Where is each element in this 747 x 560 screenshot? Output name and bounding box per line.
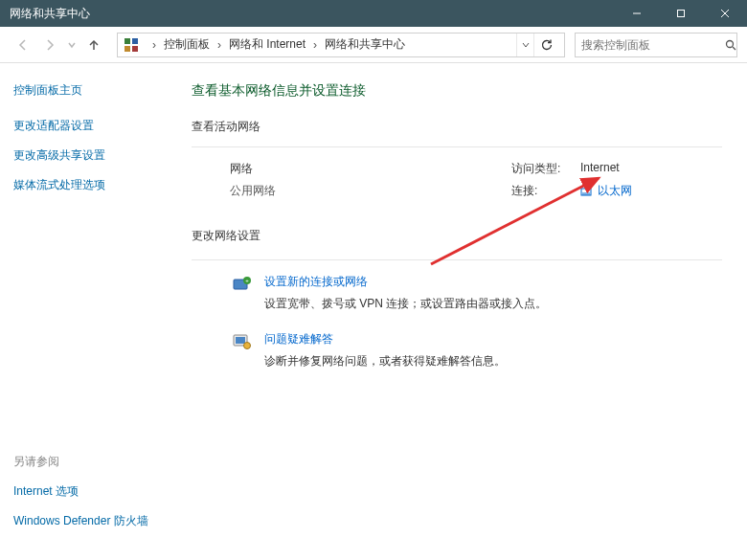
svg-rect-20 bbox=[236, 337, 245, 344]
search-box[interactable] bbox=[575, 33, 737, 57]
svg-point-21 bbox=[244, 343, 251, 349]
control-panel-home-link[interactable]: 控制面板主页 bbox=[13, 82, 172, 99]
sidebar-link-advanced-sharing[interactable]: 更改高级共享设置 bbox=[13, 147, 172, 164]
search-input[interactable] bbox=[581, 38, 725, 52]
breadcrumb-sep: › bbox=[212, 38, 227, 52]
svg-rect-6 bbox=[132, 38, 138, 44]
sidebar-link-adapter-settings[interactable]: 更改适配器设置 bbox=[13, 118, 172, 134]
svg-point-9 bbox=[727, 40, 734, 47]
breadcrumb-item[interactable]: 控制面板 bbox=[162, 36, 212, 53]
breadcrumb-sep: › bbox=[147, 38, 162, 52]
svg-rect-8 bbox=[132, 46, 138, 52]
title-bar: 网络和共享中心 bbox=[0, 0, 747, 27]
refresh-button[interactable] bbox=[533, 34, 558, 56]
nav-recent-button[interactable] bbox=[63, 32, 80, 58]
active-networks-heading: 查看活动网络 bbox=[192, 119, 722, 135]
option-link[interactable]: 设置新的连接或网络 bbox=[264, 274, 547, 290]
maximize-button[interactable] bbox=[659, 0, 703, 27]
minimize-button[interactable] bbox=[615, 0, 659, 27]
svg-line-10 bbox=[733, 47, 736, 50]
svg-text:+: + bbox=[245, 278, 249, 283]
nav-forward-button[interactable] bbox=[36, 32, 63, 58]
see-also-internet-options[interactable]: Internet 选项 bbox=[13, 483, 172, 500]
nav-back-button[interactable] bbox=[10, 32, 36, 58]
svg-rect-1 bbox=[678, 11, 685, 17]
control-panel-icon bbox=[124, 37, 139, 53]
connection-link[interactable]: 以太网 bbox=[580, 183, 632, 199]
troubleshoot-icon bbox=[230, 331, 255, 352]
svg-rect-5 bbox=[124, 38, 130, 44]
window-title: 网络和共享中心 bbox=[10, 6, 90, 22]
nav-up-button[interactable] bbox=[80, 32, 107, 58]
breadcrumb-item[interactable]: 网络和 Internet bbox=[227, 36, 307, 53]
option-new-connection: + 设置新的连接或网络 设置宽带、拨号或 VPN 连接；或设置路由器或接入点。 bbox=[192, 274, 722, 312]
toolbar: › 控制面板 › 网络和 Internet › 网络和共享中心 bbox=[0, 27, 747, 63]
option-desc: 诊断并修复网络问题，或者获得疑难解答信息。 bbox=[264, 353, 506, 370]
breadcrumb-item[interactable]: 网络和共享中心 bbox=[323, 36, 407, 53]
page-heading: 查看基本网络信息并设置连接 bbox=[192, 82, 722, 100]
search-icon bbox=[725, 39, 736, 51]
option-link[interactable]: 问题疑难解答 bbox=[264, 331, 506, 347]
svg-rect-7 bbox=[124, 46, 130, 52]
sidebar-link-media-streaming[interactable]: 媒体流式处理选项 bbox=[13, 177, 172, 193]
see-also-heading: 另请参阅 bbox=[13, 454, 172, 470]
sidebar: 控制面板主页 更改适配器设置 更改高级共享设置 媒体流式处理选项 另请参阅 In… bbox=[0, 63, 172, 560]
see-also-defender-firewall[interactable]: Windows Defender 防火墙 bbox=[13, 513, 172, 529]
network-name: 网络 bbox=[230, 161, 511, 177]
network-type: 公用网络 bbox=[230, 183, 511, 199]
connection-value: 以太网 bbox=[598, 183, 632, 199]
connection-label: 连接: bbox=[511, 183, 580, 199]
change-settings-heading: 更改网络设置 bbox=[192, 228, 722, 244]
active-network-row: 网络 公用网络 访问类型: Internet 连接: 以太 bbox=[192, 161, 722, 205]
new-connection-icon: + bbox=[230, 274, 255, 295]
address-bar[interactable]: › 控制面板 › 网络和 Internet › 网络和共享中心 bbox=[117, 33, 565, 57]
breadcrumb-sep: › bbox=[307, 38, 323, 52]
option-troubleshoot: 问题疑难解答 诊断并修复网络问题，或者获得疑难解答信息。 bbox=[192, 331, 722, 370]
content-pane: 查看基本网络信息并设置连接 查看活动网络 网络 公用网络 访问类型: Inter… bbox=[172, 63, 747, 560]
close-button[interactable] bbox=[703, 0, 747, 27]
option-desc: 设置宽带、拨号或 VPN 连接；或设置路由器或接入点。 bbox=[264, 296, 547, 312]
ethernet-icon bbox=[580, 186, 594, 197]
address-dropdown-button[interactable] bbox=[516, 34, 533, 56]
access-type-label: 访问类型: bbox=[511, 161, 580, 177]
access-type-value: Internet bbox=[580, 161, 620, 177]
